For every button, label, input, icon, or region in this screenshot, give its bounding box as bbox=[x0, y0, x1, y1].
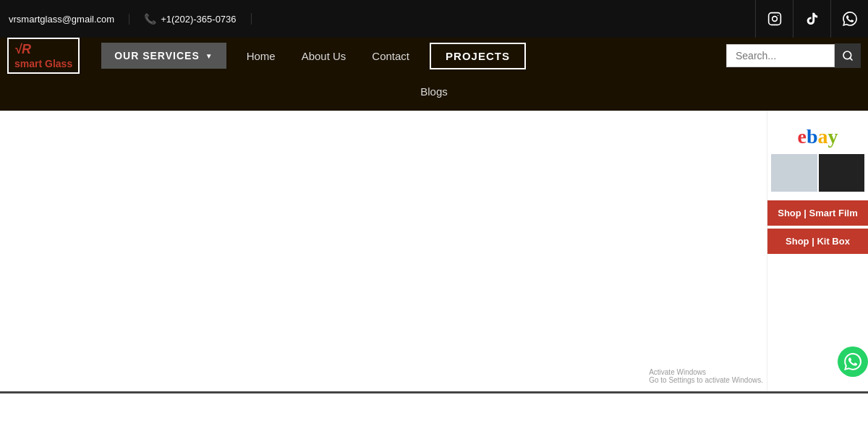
ebay-image-1 bbox=[771, 154, 817, 192]
svg-point-1 bbox=[772, 17, 777, 22]
shop-smart-film-button[interactable]: Shop | Smart Film bbox=[767, 200, 868, 226]
phone-text: 📞 +1(202)-365-0736 bbox=[129, 13, 251, 25]
logo-top: √R bbox=[14, 42, 72, 58]
services-button[interactable]: OUR SERVICES ▼ bbox=[101, 43, 226, 69]
projects-button[interactable]: PROJECTS bbox=[430, 43, 526, 69]
ebay-images bbox=[767, 154, 868, 192]
caret-icon: ▼ bbox=[205, 52, 213, 60]
phone-icon: 📞 bbox=[144, 13, 156, 25]
logo[interactable]: √R smart Glass bbox=[7, 38, 80, 74]
nav-home[interactable]: Home bbox=[234, 43, 289, 69]
nav-contact[interactable]: Contact bbox=[359, 43, 422, 69]
logo-bottom: smart Glass bbox=[14, 58, 72, 70]
social-icons-group bbox=[755, 0, 868, 38]
instagram-icon[interactable] bbox=[755, 0, 793, 38]
bottom-line bbox=[0, 391, 868, 393]
search-input[interactable] bbox=[726, 44, 835, 67]
navbar: √R smart Glass OUR SERVICES ▼ Home About… bbox=[0, 38, 868, 111]
search-button[interactable] bbox=[835, 43, 861, 68]
ebay-image-2 bbox=[819, 154, 865, 192]
nav-items: OUR SERVICES ▼ Home About Us Contact PRO… bbox=[101, 43, 861, 69]
tiktok-icon[interactable] bbox=[793, 0, 830, 38]
email-text: vrsmartglass@gmail.com bbox=[3, 14, 129, 25]
svg-rect-0 bbox=[768, 13, 780, 25]
main-content: ebay Shop | Smart Film Shop | Kit Box Ac… bbox=[0, 111, 868, 391]
activate-windows: Activate Windows Go to Settings to activ… bbox=[649, 368, 763, 384]
content-left bbox=[0, 111, 767, 391]
svg-line-4 bbox=[850, 58, 852, 60]
shop-kit-box-button[interactable]: Shop | Kit Box bbox=[767, 229, 868, 254]
nav-second-row: Blogs bbox=[7, 74, 861, 111]
search-wrapper bbox=[726, 43, 861, 68]
nav-blogs[interactable]: Blogs bbox=[407, 78, 461, 105]
ebay-logo: ebay bbox=[767, 118, 868, 154]
svg-point-2 bbox=[777, 15, 778, 16]
nav-about-us[interactable]: About Us bbox=[289, 43, 359, 69]
top-bar: vrsmartglass@gmail.com 📞 +1(202)-365-073… bbox=[0, 0, 868, 38]
whatsapp-topbar-icon[interactable] bbox=[830, 0, 868, 38]
